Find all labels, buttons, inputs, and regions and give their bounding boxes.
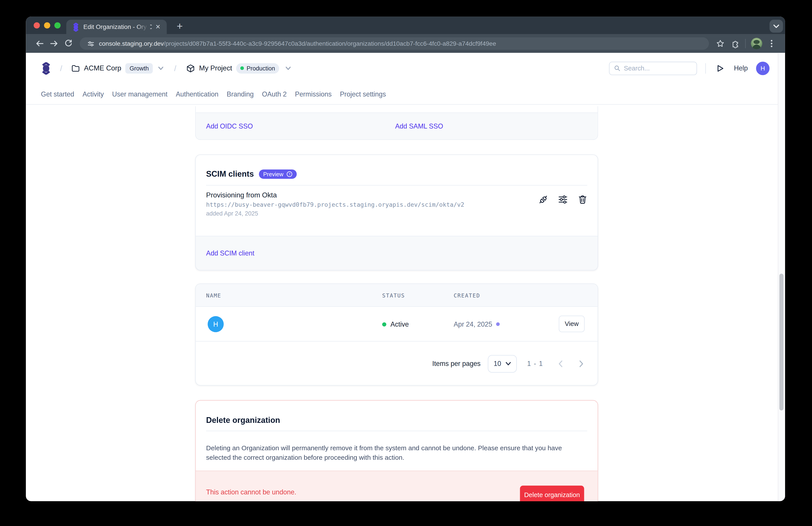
add-scim-client-link[interactable]: Add SCIM client [206,249,255,257]
help-circle-icon[interactable]: ? [287,171,293,177]
app-header: / ACME Corp Growth / [26,53,785,83]
nav-project-settings[interactable]: Project settings [340,90,386,98]
add-oidc-sso-link[interactable]: Add OIDC SSO [206,122,253,130]
organization-table-card: NAME STATUS CREATED H Active Apr 24, 202… [195,284,598,386]
folder-icon [72,65,80,72]
browser-toolbar: console.staging.ory.dev/projects/d087b7a… [26,34,785,53]
scrollbar-thumb[interactable] [779,274,784,411]
help-link[interactable]: Help [734,64,748,72]
pagination-range: 1 - 1 [527,360,543,368]
previous-page-button[interactable] [557,360,564,367]
status-label: Active [391,320,409,328]
browser-menu-button[interactable] [764,36,779,51]
zoom-window-button[interactable] [54,22,60,28]
tab-search-button[interactable] [769,20,783,33]
delete-card-footer: This action cannot be undone. Delete org… [196,471,597,501]
new-tab-button[interactable]: + [173,19,186,33]
scim-card-title: SCIM clients [206,169,254,179]
user-avatar[interactable]: H [756,61,769,75]
project-env-badge: Production [236,63,279,73]
search-box[interactable] [609,61,697,75]
address-bar[interactable]: console.staging.ory.dev/projects/d087b7a… [79,37,709,50]
project-name: My Project [199,64,232,72]
nav-permissions[interactable]: Permissions [295,90,332,98]
delete-card-title: Delete organization [196,401,597,426]
delete-warning-text: This action cannot be undone. [206,488,296,496]
created-indicator-dot [496,323,500,326]
url-text: console.staging.ory.dev/projects/d087b7a… [99,40,496,47]
ory-favicon [73,23,79,31]
browser-window: Edit Organization - Ory Console ✕ + [26,17,785,501]
nav-branding[interactable]: Branding [227,90,254,98]
nav-oauth2[interactable]: OAuth 2 [262,90,287,98]
delete-organization-button[interactable]: Delete organization [520,486,584,501]
production-dot [240,66,244,70]
reload-button[interactable] [61,36,76,51]
trash-icon [578,195,587,204]
breadcrumb-separator: / [60,64,62,73]
items-per-page-label: Items per pages [432,360,481,368]
tab-title-fade [137,23,150,34]
column-created: CREATED [454,292,480,298]
url-path: /projects/d087b7a1-55f3-440c-a3c9-929564… [164,40,496,47]
search-input[interactable] [624,65,692,72]
scim-card-header: SCIM clients Preview ? [196,155,597,179]
nav-activity[interactable]: Activity [83,90,104,98]
table-header: NAME STATUS CREATED [196,284,597,307]
sliders-icon [558,196,567,204]
sso-card-footer: Add OIDC SSO Add SAML SSO [196,112,597,139]
search-icon [614,65,620,72]
delete-description: Deleting an Organization will permanentl… [196,431,589,462]
site-settings-icon [87,40,95,47]
items-per-page-select[interactable]: 10 [488,355,517,372]
ory-console-app: / ACME Corp Growth / [26,53,785,501]
browser-tab[interactable]: Edit Organization - Ory Console ✕ [66,20,166,34]
add-saml-sso-link[interactable]: Add SAML SSO [395,122,443,130]
scim-clients-card: SCIM clients Preview ? Provisioning from… [195,154,598,270]
toolbar-divider [745,39,745,48]
scim-settings-button[interactable] [558,195,567,204]
minimize-window-button[interactable] [44,22,50,28]
project-breadcrumb[interactable]: My Project Production [187,63,291,73]
delete-organization-card: Delete organization Deleting an Organiza… [195,400,598,501]
scim-card-footer: Add SCIM client [195,236,598,270]
nav-authentication[interactable]: Authentication [176,90,218,98]
url-domain: console.staging.ory.dev [99,40,164,47]
extensions-button[interactable] [727,36,742,51]
scim-delete-button[interactable] [578,195,587,204]
back-button[interactable] [32,36,47,51]
forward-button[interactable] [46,36,61,51]
workspace-breadcrumb[interactable]: ACME Corp Growth [72,63,164,73]
status-active-dot [382,322,386,326]
tab-close-icon[interactable]: ✕ [153,22,163,32]
workspace-name: ACME Corp [84,64,121,72]
browser-profile-avatar[interactable] [751,38,762,49]
preview-badge-label: Preview [263,171,284,177]
chevron-down-icon [505,361,511,366]
sso-card: Add OIDC SSO Add SAML SSO [195,106,598,140]
column-status: STATUS [382,292,405,298]
row-avatar: H [208,316,224,332]
chevron-right-icon [579,360,583,367]
created-cell: Apr 24, 2025 [454,320,500,328]
scim-client-url: https://busy-beaver-gqwvd0fb79.projects.… [206,200,587,209]
workspace-plan-badge: Growth [125,63,153,73]
chevron-down-icon [158,66,164,70]
extensions-puzzle-icon [730,39,739,48]
scim-connection-button[interactable] [539,195,548,204]
chevron-down-icon [773,24,779,28]
status-cell: Active [382,320,409,328]
scrollbar-track[interactable] [778,53,785,501]
star-icon [716,39,725,48]
kebab-menu-icon [770,39,772,48]
nav-user-management[interactable]: User management [112,90,168,98]
bookmark-button[interactable] [713,36,728,51]
view-button[interactable]: View [559,315,584,332]
svg-text:?: ? [289,172,290,176]
playground-button[interactable] [716,64,725,72]
column-name: NAME [206,292,221,298]
nav-get-started[interactable]: Get started [41,90,74,98]
scim-client-actions [539,195,588,204]
next-page-button[interactable] [578,360,585,367]
close-window-button[interactable] [34,22,40,28]
